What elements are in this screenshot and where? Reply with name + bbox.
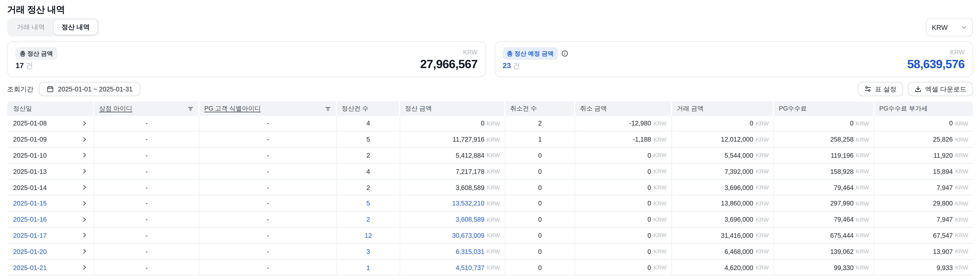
store-id-cell: - [94, 196, 199, 211]
pg-customer-id-cell: - [199, 196, 337, 211]
table-row: 2025-01-20--36,315,031KRW00KRW6,468,000K… [7, 244, 973, 260]
settlement-date-cell[interactable]: 2025-01-21 [7, 260, 94, 275]
transaction-amount-cell: 6,468,000KRW [672, 244, 774, 259]
chevron-right-icon[interactable] [82, 137, 87, 142]
date-range-value: 2025-01-01 ~ 2025-01-31 [58, 86, 133, 92]
cancel-amount-cell: 0KRW [575, 228, 672, 243]
table-body: 2025-01-08--40KRW2-12,980KRW0KRW0KRW0KRW… [7, 116, 973, 276]
cancel-amount-cell: 0KRW [575, 148, 672, 163]
settle-count-cell[interactable]: 1 [337, 260, 400, 275]
date-range-button[interactable]: 2025-01-01 ~ 2025-01-31 [39, 82, 140, 96]
filter-icon [188, 105, 194, 111]
chevron-right-icon[interactable] [82, 121, 87, 126]
pg-fee-cell: 258,258KRW [774, 132, 875, 147]
cancel-amount-cell: 0KRW [575, 212, 672, 227]
chevron-right-icon[interactable] [82, 169, 87, 174]
cancel-count-cell: 1 [505, 132, 575, 147]
pg-fee-cell: 0KRW [774, 116, 875, 131]
pg-customer-id-cell: - [199, 132, 337, 147]
calendar-icon [46, 86, 54, 92]
settlement-date-cell: 2025-01-14 [7, 180, 94, 195]
pg-fee-cell: 79,464KRW [774, 212, 875, 227]
settle-amount-cell[interactable]: 3,608,589KRW [400, 212, 505, 227]
chevron-right-icon[interactable] [82, 185, 87, 190]
tab-transactions[interactable]: 거래 내역 [9, 20, 52, 35]
column-header-9: PG수수료 부가세 [875, 102, 973, 116]
settle-count-cell[interactable]: 3 [337, 244, 400, 259]
sliders-icon [864, 86, 872, 92]
column-header-1[interactable]: 상점 아이디 [94, 102, 199, 116]
tab-group: 거래 내역정산 내역 [7, 18, 99, 37]
transaction-amount-cell: 5,544,000KRW [672, 148, 774, 163]
settlement-date-cell: 2025-01-09 [7, 132, 94, 147]
pg-customer-id-cell: - [199, 164, 337, 179]
chevron-right-icon[interactable] [82, 265, 87, 270]
column-header-2[interactable]: PG 고객 식별아이디 [199, 102, 337, 116]
cancel-count-cell: 0 [505, 244, 575, 259]
settlement-date-cell[interactable]: 2025-01-20 [7, 244, 94, 259]
store-id-cell: - [94, 164, 199, 179]
tab-settlements[interactable]: 정산 내역 [54, 20, 97, 35]
settlement-date-cell: 2025-01-08 [7, 116, 94, 131]
info-icon[interactable] [562, 50, 568, 57]
store-id-cell: - [94, 148, 199, 163]
chevron-right-icon[interactable] [82, 201, 87, 206]
pg-customer-id-cell: - [199, 228, 337, 243]
pg-fee-vat-cell: 9,933KRW [875, 260, 973, 275]
settle-count-cell[interactable]: 5 [337, 196, 400, 211]
total-settled-card: 총 정산 금액 17건 KRW 27,966,567 [7, 41, 486, 77]
pg-fee-cell: 99,330KRW [774, 260, 875, 275]
table-settings-button[interactable]: 표 설정 [858, 82, 903, 96]
pg-fee-vat-cell: 11,920KRW [875, 148, 973, 163]
summary-cards: 총 정산 금액 17건 KRW 27,966,567 총 정산 예정 금액 [7, 41, 973, 77]
cancel-amount-cell: 0KRW [575, 260, 672, 275]
settlement-date-cell[interactable]: 2025-01-15 [7, 196, 94, 211]
cancel-count-cell: 0 [505, 196, 575, 211]
transaction-amount-cell: 3,696,000KRW [672, 212, 774, 227]
settlement-date-cell[interactable]: 2025-01-16 [7, 212, 94, 227]
settled-badge: 총 정산 금액 [16, 47, 57, 60]
settlement-date-cell[interactable]: 2025-01-17 [7, 228, 94, 243]
chevron-right-icon[interactable] [82, 217, 87, 222]
store-id-cell: - [94, 244, 199, 259]
settle-count-cell[interactable]: 12 [337, 228, 400, 243]
cancel-count-cell: 0 [505, 180, 575, 195]
pg-fee-cell: 158,928KRW [774, 164, 875, 179]
settle-count-cell: 4 [337, 164, 400, 179]
chevron-right-icon[interactable] [82, 232, 87, 238]
pg-fee-vat-cell: 67,547KRW [875, 228, 973, 243]
settle-amount-cell[interactable]: 13,532,210KRW [400, 196, 505, 211]
settle-amount-cell: 7,217,178KRW [400, 164, 505, 179]
pg-fee-cell: 139,062KRW [774, 244, 875, 259]
cancel-amount-cell: -12,980KRW [575, 116, 672, 131]
column-header-7: 거래 금액 [672, 102, 774, 116]
expected-badge: 총 정산 예정 금액 [503, 47, 558, 60]
currency-select[interactable]: KRW [926, 18, 973, 37]
settle-amount-cell[interactable]: 6,315,031KRW [400, 244, 505, 259]
table-row: 2025-01-17--1230,673,009KRW00KRW31,416,0… [7, 228, 973, 243]
cancel-count-cell: 0 [505, 260, 575, 275]
excel-download-button[interactable]: 엑셀 다운로드 [908, 82, 973, 96]
chevron-right-icon[interactable] [82, 249, 87, 254]
cancel-amount-cell: 0KRW [575, 196, 672, 211]
pg-customer-id-cell: - [199, 148, 337, 163]
chevron-right-icon[interactable] [82, 153, 87, 158]
store-id-cell: - [94, 212, 199, 227]
store-id-cell: - [94, 260, 199, 275]
settle-amount-cell[interactable]: 30,673,009KRW [400, 228, 505, 243]
expected-settlement-card: 총 정산 예정 금액 23건 KRW 58,639,576 [495, 41, 973, 77]
table-row: 2025-01-10--25,412,884KRW00KRW5,544,000K… [7, 148, 973, 164]
settle-amount-cell: 3,608,589KRW [400, 180, 505, 195]
settle-count-cell[interactable]: 2 [337, 212, 400, 227]
date-range-label: 조회기간 [7, 84, 33, 94]
column-header-6: 취소 금액 [575, 102, 672, 116]
settle-count-cell: 2 [337, 180, 400, 195]
settled-currency-label: KRW [463, 48, 478, 56]
cancel-count-cell: 0 [505, 228, 575, 243]
settle-amount-cell: 5,412,884KRW [400, 148, 505, 163]
store-id-cell: - [94, 180, 199, 195]
pg-fee-cell: 79,464KRW [774, 180, 875, 195]
settle-count-cell: 4 [337, 116, 400, 131]
cancel-amount-cell: 0KRW [575, 180, 672, 195]
settle-amount-cell[interactable]: 4,510,737KRW [400, 260, 505, 275]
